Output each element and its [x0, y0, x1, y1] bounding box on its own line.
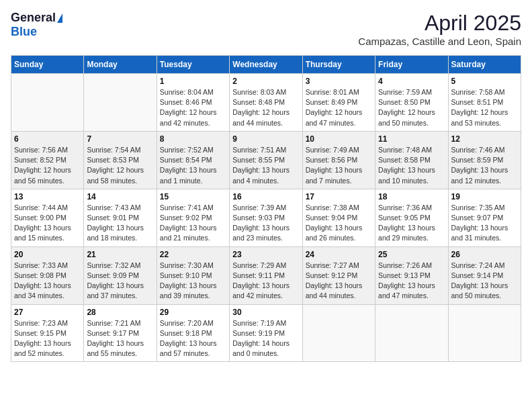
day-number: 19 — [451, 192, 518, 201]
calendar-cell: 21Sunrise: 7:32 AM Sunset: 9:09 PM Dayli… — [84, 246, 157, 304]
day-info: Sunrise: 7:39 AM Sunset: 9:03 PM Dayligh… — [232, 203, 299, 244]
day-info: Sunrise: 7:26 AM Sunset: 9:13 PM Dayligh… — [378, 261, 445, 302]
month-title: April 2025 — [358, 11, 521, 36]
day-number: 9 — [232, 134, 299, 144]
day-info: Sunrise: 7:23 AM Sunset: 9:15 PM Dayligh… — [14, 318, 81, 359]
logo-triangle-icon — [57, 13, 62, 23]
calendar-cell: 4Sunrise: 7:59 AM Sunset: 8:50 PM Daylig… — [375, 74, 448, 132]
day-number: 2 — [232, 77, 299, 86]
calendar-cell: 2Sunrise: 8:03 AM Sunset: 8:48 PM Daylig… — [230, 74, 302, 132]
calendar-cell — [375, 304, 448, 362]
calendar-cell — [448, 304, 521, 362]
page-header: General Blue April 2025 Campazas, Castil… — [11, 11, 521, 47]
calendar-week-row: 6Sunrise: 7:56 AM Sunset: 8:52 PM Daylig… — [11, 131, 521, 189]
calendar-cell: 15Sunrise: 7:41 AM Sunset: 9:02 PM Dayli… — [157, 189, 229, 246]
day-number: 6 — [14, 134, 81, 144]
calendar-cell: 28Sunrise: 7:21 AM Sunset: 9:17 PM Dayli… — [84, 304, 157, 362]
day-number: 28 — [87, 308, 153, 317]
location-title: Campazas, Castille and Leon, Spain — [358, 36, 521, 47]
calendar-cell: 10Sunrise: 7:49 AM Sunset: 8:56 PM Dayli… — [302, 131, 375, 189]
calendar-cell: 5Sunrise: 7:58 AM Sunset: 8:51 PM Daylig… — [448, 74, 521, 132]
calendar-day-header: Sunday — [11, 56, 84, 74]
day-number: 18 — [378, 192, 445, 201]
day-info: Sunrise: 8:04 AM Sunset: 8:46 PM Dayligh… — [160, 87, 226, 128]
calendar-cell: 17Sunrise: 7:38 AM Sunset: 9:04 PM Dayli… — [302, 189, 375, 246]
calendar-cell — [11, 74, 84, 132]
day-info: Sunrise: 7:46 AM Sunset: 8:59 PM Dayligh… — [451, 145, 518, 186]
day-number: 1 — [160, 77, 226, 86]
day-number: 13 — [14, 192, 81, 201]
day-info: Sunrise: 7:20 AM Sunset: 9:18 PM Dayligh… — [160, 318, 226, 359]
day-number: 5 — [451, 77, 518, 86]
calendar-cell: 29Sunrise: 7:20 AM Sunset: 9:18 PM Dayli… — [157, 304, 229, 362]
day-info: Sunrise: 7:27 AM Sunset: 9:12 PM Dayligh… — [306, 261, 372, 302]
calendar-cell: 14Sunrise: 7:43 AM Sunset: 9:01 PM Dayli… — [84, 189, 157, 246]
day-number: 12 — [451, 134, 518, 144]
calendar-cell: 11Sunrise: 7:48 AM Sunset: 8:58 PM Dayli… — [375, 131, 448, 189]
day-info: Sunrise: 7:38 AM Sunset: 9:04 PM Dayligh… — [306, 203, 372, 244]
day-number: 15 — [160, 192, 226, 201]
day-info: Sunrise: 7:41 AM Sunset: 9:02 PM Dayligh… — [160, 203, 226, 244]
day-info: Sunrise: 7:30 AM Sunset: 9:10 PM Dayligh… — [160, 261, 226, 302]
day-number: 23 — [232, 250, 299, 259]
day-info: Sunrise: 7:19 AM Sunset: 9:19 PM Dayligh… — [232, 318, 299, 359]
calendar-cell: 20Sunrise: 7:33 AM Sunset: 9:08 PM Dayli… — [11, 246, 84, 304]
day-info: Sunrise: 7:49 AM Sunset: 8:56 PM Dayligh… — [306, 145, 372, 186]
day-info: Sunrise: 7:35 AM Sunset: 9:07 PM Dayligh… — [451, 203, 518, 244]
day-info: Sunrise: 7:36 AM Sunset: 9:05 PM Dayligh… — [378, 203, 445, 244]
title-section: April 2025 Campazas, Castille and Leon, … — [358, 11, 521, 47]
day-number: 7 — [87, 134, 153, 144]
calendar-cell: 19Sunrise: 7:35 AM Sunset: 9:07 PM Dayli… — [448, 189, 521, 246]
calendar-cell: 30Sunrise: 7:19 AM Sunset: 9:19 PM Dayli… — [230, 304, 302, 362]
day-info: Sunrise: 7:51 AM Sunset: 8:55 PM Dayligh… — [232, 145, 299, 186]
day-number: 17 — [306, 192, 372, 201]
day-info: Sunrise: 7:21 AM Sunset: 9:17 PM Dayligh… — [87, 318, 153, 359]
day-info: Sunrise: 7:29 AM Sunset: 9:11 PM Dayligh… — [232, 261, 299, 302]
day-info: Sunrise: 7:54 AM Sunset: 8:53 PM Dayligh… — [87, 145, 153, 186]
calendar-header-row: SundayMondayTuesdayWednesdayThursdayFrid… — [11, 56, 521, 74]
calendar-cell: 24Sunrise: 7:27 AM Sunset: 9:12 PM Dayli… — [302, 246, 375, 304]
day-info: Sunrise: 7:32 AM Sunset: 9:09 PM Dayligh… — [87, 261, 153, 302]
calendar-cell — [302, 304, 375, 362]
day-info: Sunrise: 7:44 AM Sunset: 9:00 PM Dayligh… — [14, 203, 81, 244]
day-number: 4 — [378, 77, 445, 86]
day-info: Sunrise: 7:56 AM Sunset: 8:52 PM Dayligh… — [14, 145, 81, 186]
calendar-day-header: Thursday — [302, 56, 375, 74]
day-number: 10 — [306, 134, 372, 144]
day-number: 20 — [14, 250, 81, 259]
calendar-cell: 13Sunrise: 7:44 AM Sunset: 9:00 PM Dayli… — [11, 189, 84, 246]
day-number: 3 — [306, 77, 372, 86]
calendar-cell: 16Sunrise: 7:39 AM Sunset: 9:03 PM Dayli… — [230, 189, 302, 246]
calendar-cell: 12Sunrise: 7:46 AM Sunset: 8:59 PM Dayli… — [448, 131, 521, 189]
day-number: 30 — [232, 308, 299, 317]
day-number: 11 — [378, 134, 445, 144]
logo-general-text: General — [11, 11, 56, 25]
calendar-day-header: Tuesday — [157, 56, 229, 74]
calendar-cell: 18Sunrise: 7:36 AM Sunset: 9:05 PM Dayli… — [375, 189, 448, 246]
calendar-week-row: 27Sunrise: 7:23 AM Sunset: 9:15 PM Dayli… — [11, 304, 521, 362]
calendar-cell: 9Sunrise: 7:51 AM Sunset: 8:55 PM Daylig… — [230, 131, 302, 189]
calendar-day-header: Wednesday — [230, 56, 302, 74]
logo: General Blue — [11, 11, 62, 39]
calendar-cell: 27Sunrise: 7:23 AM Sunset: 9:15 PM Dayli… — [11, 304, 84, 362]
calendar-day-header: Monday — [84, 56, 157, 74]
day-number: 21 — [87, 250, 153, 259]
day-number: 25 — [378, 250, 445, 259]
day-number: 27 — [14, 308, 81, 317]
day-info: Sunrise: 7:52 AM Sunset: 8:54 PM Dayligh… — [160, 145, 226, 186]
calendar-cell: 26Sunrise: 7:24 AM Sunset: 9:14 PM Dayli… — [448, 246, 521, 304]
calendar-day-header: Saturday — [448, 56, 521, 74]
calendar-cell — [84, 74, 157, 132]
calendar-cell: 22Sunrise: 7:30 AM Sunset: 9:10 PM Dayli… — [157, 246, 229, 304]
day-number: 8 — [160, 134, 226, 144]
calendar-cell: 23Sunrise: 7:29 AM Sunset: 9:11 PM Dayli… — [230, 246, 302, 304]
calendar-week-row: 13Sunrise: 7:44 AM Sunset: 9:00 PM Dayli… — [11, 189, 521, 246]
logo-blue-text: Blue — [11, 25, 37, 39]
day-number: 26 — [451, 250, 518, 259]
day-info: Sunrise: 7:48 AM Sunset: 8:58 PM Dayligh… — [378, 145, 445, 186]
day-number: 14 — [87, 192, 153, 201]
calendar-cell: 1Sunrise: 8:04 AM Sunset: 8:46 PM Daylig… — [157, 74, 229, 132]
day-number: 29 — [160, 308, 226, 317]
day-number: 22 — [160, 250, 226, 259]
calendar-week-row: 1Sunrise: 8:04 AM Sunset: 8:46 PM Daylig… — [11, 74, 521, 132]
